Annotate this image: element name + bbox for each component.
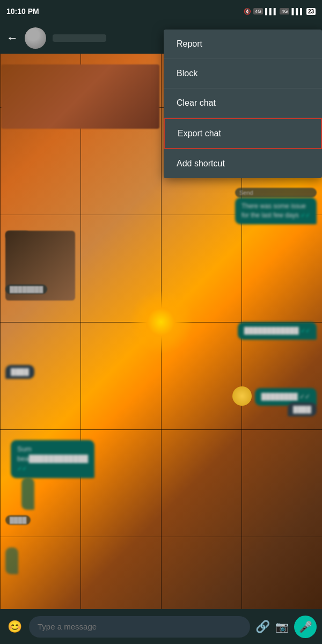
back-button[interactable]: ← [6, 31, 18, 45]
mic-icon: 🎤 [299, 620, 312, 633]
battery-icon: 23 [306, 8, 316, 15]
signal-icon2: ▌▌▌ [291, 8, 304, 14]
camera-icon: 📷 [275, 620, 289, 633]
menu-item-block[interactable]: Block [164, 59, 322, 89]
menu-item-export-chat[interactable]: Export chat [164, 118, 322, 149]
mute-icon: 🔇 [244, 8, 251, 15]
attach-button[interactable]: 🔗 [255, 620, 270, 634]
camera-button[interactable]: 📷 [275, 620, 289, 633]
avatar-image [25, 27, 46, 49]
menu-item-report[interactable]: Report [164, 30, 322, 59]
attach-icon: 🔗 [255, 620, 270, 634]
menu-item-clear-chat[interactable]: Clear chat [164, 89, 322, 118]
emoji-icon: 😊 [8, 620, 22, 634]
message-input[interactable] [29, 616, 250, 638]
menu-item-add-shortcut[interactable]: Add shortcut [164, 149, 322, 178]
network-icon1: 4G [253, 8, 263, 14]
network-icon2: 4G [280, 8, 289, 14]
signal-icon1: ▌▌▌ [265, 8, 277, 14]
status-time: 10:10 PM [6, 7, 39, 16]
status-bar: 10:10 PM 🔇 4G ▌▌▌ 4G ▌▌▌ 23 [0, 0, 322, 23]
contact-name[interactable] [53, 34, 106, 42]
emoji-button[interactable]: 😊 [5, 618, 24, 636]
avatar[interactable] [25, 27, 46, 49]
dropdown-menu: Report Block Clear chat Export chat Add … [164, 30, 322, 178]
mic-button[interactable]: 🎤 [294, 616, 317, 638]
status-icons: 🔇 4G ▌▌▌ 4G ▌▌▌ 23 [244, 8, 316, 15]
message-bar: 😊 🔗 📷 🎤 [0, 609, 322, 644]
